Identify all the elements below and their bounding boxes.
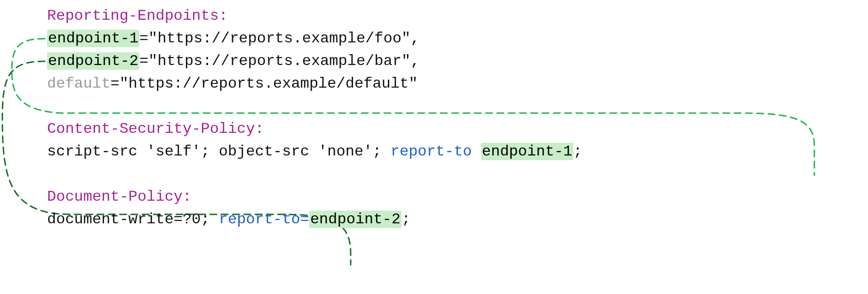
csp-report-to-target: endpoint-1 [481, 143, 573, 160]
csp-directives: script-src 'self'; object-src 'none'; [47, 143, 391, 160]
default-endpoint-key: default [47, 75, 110, 92]
endpoint-2-key: endpoint-2 [47, 52, 139, 70]
docpolicy-directives: document-write=?0; [47, 211, 219, 228]
endpoint-1-url: "https://reports.example/foo" [148, 30, 410, 47]
reporting-endpoints-block: Reporting-Endpoints: endpoint-1="https:/… [47, 5, 859, 95]
default-endpoint-url: "https://reports.example/default" [120, 75, 418, 92]
docpolicy-report-to-target: endpoint-2 [309, 211, 402, 228]
endpoint-1-key: endpoint-1 [47, 30, 139, 47]
docpolicy-header-name: Document-Policy: [47, 188, 192, 205]
csp-block: Content-Security-Policy: script-src 'sel… [47, 118, 859, 163]
csp-report-to-keyword: report-to [391, 143, 472, 160]
docpolicy-report-to-keyword: report-to [219, 211, 300, 228]
reporting-header-name: Reporting-Endpoints: [47, 7, 228, 24]
endpoint-2-url: "https://reports.example/bar" [148, 52, 410, 70]
document-policy-block: Document-Policy: document-write=?0; repo… [47, 186, 859, 231]
code-block: Reporting-Endpoints: endpoint-1="https:/… [47, 5, 859, 231]
csp-header-name: Content-Security-Policy: [47, 120, 264, 138]
